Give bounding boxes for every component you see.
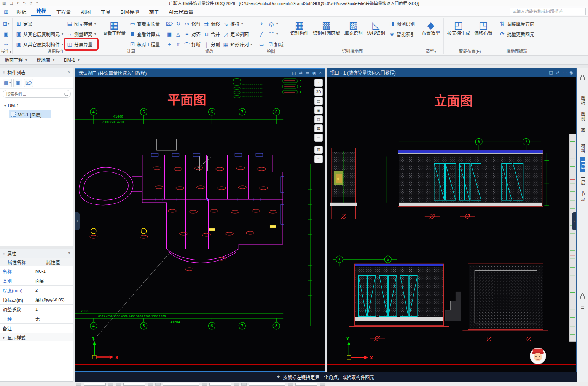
bottom-toolbar-control[interactable]: [241, 383, 247, 386]
tree-root-dm1[interactable]: ▾ DM-1: [1, 102, 72, 110]
view-perimeter-button[interactable]: ▭查看周长量: [128, 19, 161, 29]
close-icon[interactable]: ✕: [67, 70, 71, 75]
display-list-button[interactable]: ≣: [314, 134, 323, 142]
align-button[interactable]: ≡对齐: [183, 29, 202, 39]
copy-component-button[interactable]: ▣: [13, 79, 22, 87]
fill-recognize-button[interactable]: ▨填充识别: [343, 19, 364, 38]
define-slope-button[interactable]: ◿定义斜面: [221, 29, 253, 39]
ops-copy-button[interactable]: ▣: [2, 29, 10, 39]
notes-button[interactable]: ≡: [314, 155, 323, 163]
adjust-thickness-button[interactable]: ⇅调整厚度方向: [498, 19, 535, 29]
maximize-icon[interactable]: ▭: [306, 70, 309, 75]
floor-dropdown[interactable]: 楼地面▾: [32, 56, 59, 64]
batch-update-button[interactable]: ⟳批量更新图元: [498, 29, 535, 39]
bottom-toolbar-control[interactable]: [295, 383, 317, 386]
viewport-plan[interactable]: 默认视口 (装饰算量快速入门教程) ◱ ⇄ ▭ ◉ ×: [75, 68, 325, 372]
component-search-input[interactable]: [6, 92, 62, 96]
tree-expander-icon[interactable]: ▾: [4, 104, 6, 108]
viewport-elevation-canvas[interactable]: 立面图 6 7: [327, 77, 576, 372]
bottom-toolbar-control[interactable]: [155, 383, 161, 386]
push-pull-button[interactable]: ↘推拉▾: [221, 19, 253, 29]
view-quantity-button[interactable]: ▦ 查看工程量: [101, 19, 127, 38]
define-button[interactable]: ⊞定义: [14, 19, 64, 29]
undo-icon[interactable]: ↶: [16, 1, 19, 5]
viewport-elevation[interactable]: 视口 - 1 (装饰算量快速入门教程) ◱ ⇄ ▭ ◉: [327, 68, 577, 372]
delete-icon-button[interactable]: ⌦: [165, 19, 174, 29]
drag-grip-icon[interactable]: ⠿: [3, 251, 5, 255]
tab-modeling[interactable]: 建模: [31, 5, 51, 16]
model-settings-button[interactable]: ⊞: [314, 146, 323, 154]
prop-thickness-value[interactable]: 2: [33, 286, 73, 295]
sheet-tab-4[interactable]: 一层: [580, 157, 585, 172]
bottom-toolbar-control[interactable]: [76, 383, 81, 386]
prop-adjust-factor-value[interactable]: 1: [33, 305, 73, 314]
component-dropdown[interactable]: DM-1▾: [59, 56, 84, 64]
save-icon[interactable]: ▤: [9, 1, 13, 5]
prop-top-elevation-value[interactable]: 层底标高(-0.05): [33, 295, 73, 305]
maximize-icon[interactable]: ▭: [563, 70, 566, 75]
sheet-tab-3[interactable]: 材料: [580, 141, 585, 156]
circle-tool-button[interactable]: ◎▾: [267, 19, 285, 29]
bottom-toolbar-control[interactable]: [123, 383, 145, 386]
more-icon[interactable]: ≡: [36, 1, 38, 5]
assistant-avatar[interactable]: [530, 348, 546, 364]
drag-grip-icon[interactable]: ⠿: [3, 70, 5, 75]
redo-icon[interactable]: ↷: [23, 1, 26, 5]
bottom-toolbar-control[interactable]: [288, 383, 293, 386]
lock-icon[interactable]: [580, 296, 585, 299]
arc-tool-button[interactable]: ⌒▾: [267, 29, 285, 39]
offset-button[interactable]: ⇉偏移: [202, 19, 221, 29]
bottom-toolbar-control[interactable]: [148, 383, 153, 386]
ops-grid-button[interactable]: ⊞▾: [2, 19, 10, 29]
selection-box-button[interactable]: ⊡: [314, 124, 323, 132]
save-element-button[interactable]: ▤图元存盘▾: [65, 19, 97, 29]
merge-button[interactable]: ⊔合并: [202, 29, 221, 39]
prop-remark-value[interactable]: [33, 324, 73, 333]
bottom-toolbar-control[interactable]: [202, 383, 207, 386]
ribbon-grid-icon[interactable]: ▦: [1, 8, 11, 16]
refresh-icon[interactable]: ⟳: [30, 1, 33, 5]
close-icon[interactable]: ✕: [67, 251, 71, 256]
viewport-plan-canvas[interactable]: 平面图: [75, 77, 325, 371]
prop-trade-value[interactable]: 无: [33, 314, 73, 324]
measure-distance-button[interactable]: ↔测量距离▾: [65, 29, 97, 39]
mirror-icon-button[interactable]: △: [174, 29, 182, 39]
sheet-tab-0[interactable]: 图纸: [580, 93, 585, 108]
swap-icon[interactable]: ⇄: [556, 70, 559, 75]
legend-recognize-button[interactable]: ◨图例识别: [388, 19, 416, 29]
app-menu-icon[interactable]: ▦: [2, 1, 6, 5]
popout-icon[interactable]: ◱: [549, 70, 553, 75]
tab-construction[interactable]: 施工: [144, 6, 164, 16]
tree-item-mc1[interactable]: MC-1 [面层]: [9, 110, 51, 118]
tab-bim-model[interactable]: BIM模型: [115, 6, 144, 16]
generate-by-ceiling-button[interactable]: ◰按天棚生成: [446, 19, 472, 38]
bottom-toolbar-control[interactable]: [209, 383, 231, 386]
prop-category-value[interactable]: 面层: [33, 276, 73, 286]
trim-button[interactable]: ✂修剪: [183, 19, 202, 29]
display-style-expander[interactable]: ▸ 显示样式: [0, 333, 73, 341]
zoom-extent-button[interactable]: □: [314, 115, 323, 123]
bottom-toolbar-control[interactable]: [163, 383, 199, 386]
project-dropdown[interactable]: 地面工程▾: [0, 56, 32, 64]
orbit-button[interactable]: ◔: [314, 79, 323, 87]
lock-icon[interactable]: [580, 77, 585, 80]
record-icon[interactable]: ◉: [569, 70, 573, 75]
tab-quantities[interactable]: 工程量: [51, 6, 76, 16]
delete-component-button[interactable]: ⌦: [24, 79, 33, 87]
place-shape-button[interactable]: ◆布置造型: [420, 19, 441, 38]
sheet-tab-5[interactable]: 一层: [580, 173, 585, 188]
cube-view-button[interactable]: ▣: [314, 106, 323, 114]
swap-icon[interactable]: ⇄: [299, 70, 302, 75]
bottom-toolbar-control[interactable]: [116, 383, 121, 386]
tab-view[interactable]: 视图: [76, 6, 96, 16]
close-viewport-icon[interactable]: ×: [319, 70, 322, 75]
sheet-tab-2[interactable]: 施工: [580, 125, 585, 140]
edge-recognize-button[interactable]: ◺边线识别: [365, 19, 387, 38]
view-formula-button[interactable]: ≣查看计算式: [128, 29, 161, 39]
view-3d-button[interactable]: 3D: [314, 88, 323, 96]
prop-name-value[interactable]: MC-1: [33, 266, 73, 276]
tab-drawings[interactable]: 图纸: [11, 6, 31, 16]
bottom-toolbar-control[interactable]: [108, 383, 113, 386]
record-icon[interactable]: ◉: [312, 70, 316, 75]
layer-list-icon[interactable]: ≣: [580, 305, 584, 310]
